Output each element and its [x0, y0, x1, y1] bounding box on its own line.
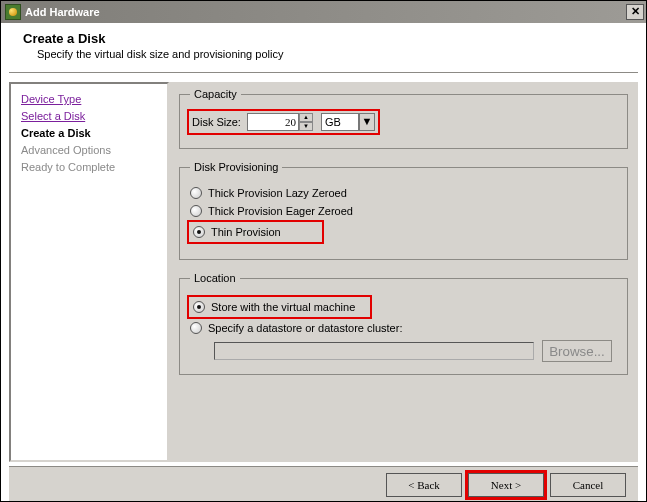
step-ready-complete: Ready to Complete — [21, 161, 115, 173]
capacity-group: Capacity Disk Size: ▲ ▼ GB ▼ — [179, 88, 628, 149]
store-with-vm-highlight: Store with the virtual machine — [190, 298, 369, 316]
window-title: Add Hardware — [25, 6, 626, 18]
unit-dropdown-button[interactable]: ▼ — [359, 113, 375, 131]
radio-store-with-vm[interactable] — [193, 301, 205, 313]
radio-thin[interactable] — [193, 226, 205, 238]
capacity-legend: Capacity — [190, 88, 241, 100]
app-icon — [5, 4, 21, 20]
step-select-disk[interactable]: Select a Disk — [21, 110, 85, 122]
next-button[interactable]: Next > — [468, 473, 544, 497]
wizard-header: Create a Disk Specify the virtual disk s… — [1, 23, 646, 70]
capacity-highlight: Disk Size: ▲ ▼ GB ▼ — [190, 112, 377, 132]
provisioning-group: Disk Provisioning Thick Provision Lazy Z… — [179, 161, 628, 260]
disk-size-label: Disk Size: — [192, 116, 241, 128]
close-button[interactable]: ✕ — [626, 4, 644, 20]
page-subtitle: Specify the virtual disk size and provis… — [23, 48, 630, 60]
radio-store-with-vm-label: Store with the virtual machine — [211, 301, 355, 313]
divider — [9, 72, 638, 74]
spin-up-button[interactable]: ▲ — [299, 113, 313, 122]
spin-down-button[interactable]: ▼ — [299, 122, 313, 131]
wizard-body: Device Type Select a Disk Create a Disk … — [1, 82, 646, 462]
thin-provision-highlight: Thin Provision — [190, 223, 321, 241]
datastore-input — [214, 342, 534, 360]
step-advanced-options: Advanced Options — [21, 144, 111, 156]
location-group: Location Store with the virtual machine … — [179, 272, 628, 375]
title-bar: Add Hardware ✕ — [1, 1, 646, 23]
browse-button: Browse... — [542, 340, 612, 362]
radio-thick-lazy-label: Thick Provision Lazy Zeroed — [208, 187, 347, 199]
cancel-button[interactable]: Cancel — [550, 473, 626, 497]
location-legend: Location — [190, 272, 240, 284]
step-create-disk: Create a Disk — [21, 127, 91, 139]
radio-specify-datastore[interactable] — [190, 322, 202, 334]
disk-size-input[interactable] — [247, 113, 299, 131]
wizard-content: Capacity Disk Size: ▲ ▼ GB ▼ — [169, 82, 638, 462]
radio-thick-eager[interactable] — [190, 205, 202, 217]
wizard-footer: < Back Next > Cancel — [9, 466, 638, 502]
back-button[interactable]: < Back — [386, 473, 462, 497]
wizard-steps: Device Type Select a Disk Create a Disk … — [9, 82, 169, 462]
radio-specify-datastore-label: Specify a datastore or datastore cluster… — [208, 322, 402, 334]
provisioning-legend: Disk Provisioning — [190, 161, 282, 173]
radio-thick-lazy[interactable] — [190, 187, 202, 199]
step-device-type[interactable]: Device Type — [21, 93, 81, 105]
radio-thick-eager-label: Thick Provision Eager Zeroed — [208, 205, 353, 217]
page-title: Create a Disk — [23, 31, 630, 46]
radio-thin-label: Thin Provision — [211, 226, 281, 238]
unit-select[interactable]: GB — [321, 113, 359, 131]
